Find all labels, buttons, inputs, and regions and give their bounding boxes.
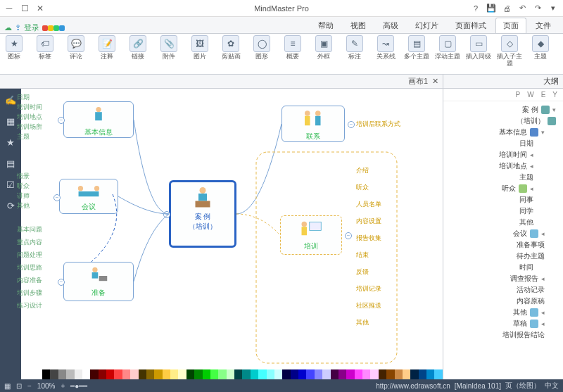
color-swatch[interactable]: [106, 369, 114, 379]
branch-label[interactable]: 培训思路: [17, 263, 42, 272]
expand-toggle[interactable]: −: [58, 117, 65, 124]
color-swatch[interactable]: [234, 369, 242, 379]
ribbon-图形[interactable]: ◯图形: [248, 35, 276, 61]
ribbon-链接[interactable]: 🔗链接: [124, 35, 152, 61]
outline-item[interactable]: 听众◂: [445, 183, 562, 194]
chevron-icon[interactable]: ◂: [530, 151, 533, 158]
color-swatch[interactable]: [66, 369, 74, 379]
redo-icon[interactable]: ↷: [532, 3, 543, 14]
node-basic-info[interactable]: 基本信息: [63, 101, 134, 138]
tab-0[interactable]: 文件: [528, 18, 559, 33]
node-meeting[interactable]: 会议: [59, 179, 118, 214]
icons-tool-icon[interactable]: ▦: [4, 114, 18, 128]
color-swatch[interactable]: [258, 369, 266, 379]
minimize-icon[interactable]: ─: [4, 4, 14, 13]
chevron-icon[interactable]: ◂: [541, 275, 545, 282]
menu-icon[interactable]: ▾: [548, 3, 559, 14]
pointer-tool-icon[interactable]: ✍: [4, 93, 18, 107]
color-swatch[interactable]: [90, 369, 98, 379]
color-swatch[interactable]: [218, 369, 226, 379]
mindmap-canvas[interactable]: 案 例 （培训） + 基本信息 − 会议 − 准备 − 联系 −: [21, 89, 443, 379]
history-tool-icon[interactable]: ⟳: [4, 198, 18, 213]
chevron-icon[interactable]: ◂: [541, 309, 545, 316]
ribbon-评论[interactable]: 💬评论: [62, 35, 90, 61]
color-swatch[interactable]: [42, 369, 50, 379]
branch-label[interactable]: 基本问题: [17, 225, 42, 234]
outline-item[interactable]: 培训时间◂: [445, 149, 562, 160]
outline-item[interactable]: 其他: [445, 217, 562, 228]
ribbon-附件[interactable]: 📎附件: [155, 35, 183, 61]
undo-icon[interactable]: ↶: [517, 3, 528, 14]
ribbon-主题[interactable]: ◆主题: [526, 35, 555, 61]
branch-label[interactable]: 培训步骤: [17, 289, 42, 298]
outline-item[interactable]: 其他◂: [445, 307, 562, 318]
branch-label[interactable]: 其他: [17, 201, 30, 210]
tab-3[interactable]: 幻灯片: [407, 18, 446, 33]
chevron-icon[interactable]: ▾: [552, 106, 556, 113]
tab-1[interactable]: 页面: [495, 18, 526, 33]
outline-item[interactable]: 培训地点◂: [445, 160, 562, 172]
outline-item[interactable]: 主题: [445, 172, 562, 183]
color-swatch[interactable]: [379, 369, 386, 379]
expand-toggle[interactable]: −: [53, 194, 61, 201]
branch-label[interactable]: 结束: [356, 251, 369, 260]
outline-item[interactable]: 草稿◂: [445, 318, 562, 329]
tab-2[interactable]: 页面样式: [448, 18, 494, 33]
outline-item[interactable]: 培训报告结论: [445, 329, 562, 341]
branch-label[interactable]: 问题处理: [17, 251, 42, 260]
outline-item[interactable]: 基本信息▾: [445, 127, 562, 138]
color-swatch[interactable]: [267, 369, 274, 379]
color-swatch[interactable]: [50, 369, 58, 379]
branch-label[interactable]: 反馈: [356, 267, 369, 277]
color-swatch[interactable]: [291, 369, 298, 379]
color-swatch[interactable]: [139, 369, 146, 379]
branch-label[interactable]: 培训地点: [17, 113, 42, 122]
color-swatch[interactable]: [99, 369, 106, 379]
outline-item[interactable]: 案 例▾: [445, 104, 562, 115]
color-swatch[interactable]: [419, 369, 426, 379]
color-swatch[interactable]: [130, 369, 138, 379]
branch-label[interactable]: 培训场所: [17, 122, 42, 132]
color-swatch[interactable]: [186, 369, 194, 379]
branch-label[interactable]: 介绍: [356, 166, 369, 175]
branch-label[interactable]: 主题: [17, 132, 30, 141]
outline-item[interactable]: 待办主题: [445, 251, 562, 262]
ribbon-注释[interactable]: 📝注释: [93, 35, 121, 61]
chevron-icon[interactable]: ◂: [530, 163, 533, 170]
color-swatch[interactable]: [395, 369, 403, 379]
close-icon[interactable]: ✕: [35, 4, 45, 13]
color-swatch[interactable]: [154, 369, 162, 379]
outline-tab[interactable]: E: [541, 91, 546, 99]
outline-item[interactable]: 调查报告◂: [445, 273, 562, 284]
color-swatch[interactable]: [210, 369, 218, 379]
help-icon[interactable]: ?: [470, 3, 481, 14]
outline-tab[interactable]: P: [516, 91, 521, 99]
color-swatch[interactable]: [146, 369, 154, 379]
expand-toggle[interactable]: −: [58, 279, 65, 286]
branch-label[interactable]: 重点内容: [17, 238, 42, 247]
color-swatch[interactable]: [122, 369, 130, 379]
chevron-icon[interactable]: ▾: [541, 129, 545, 136]
center-node[interactable]: 案 例 （培训）: [169, 180, 236, 248]
branch-label[interactable]: 培训时间: [17, 103, 42, 112]
color-swatch[interactable]: [426, 369, 434, 379]
color-swatch[interactable]: [331, 369, 339, 379]
node-prepare[interactable]: 准备: [63, 262, 134, 301]
ribbon-图片[interactable]: 🖼图片: [186, 35, 214, 61]
color-swatch[interactable]: [203, 369, 210, 379]
node-training[interactable]: 培训: [280, 215, 342, 255]
view-mode-icon[interactable]: ▦: [4, 382, 11, 390]
color-swatch[interactable]: [251, 369, 258, 379]
color-swatch[interactable]: [386, 369, 394, 379]
close-tab-icon[interactable]: ✕: [432, 77, 438, 86]
expand-toggle[interactable]: −: [348, 121, 355, 128]
branch-label[interactable]: 内容设置: [356, 217, 381, 226]
ribbon-外框[interactable]: ▣外框: [310, 35, 338, 61]
color-swatch[interactable]: [82, 369, 90, 379]
outline-item[interactable]: 活动记录: [445, 284, 562, 296]
color-swatch[interactable]: [163, 369, 170, 379]
zoom-out-icon[interactable]: −: [27, 382, 32, 390]
ribbon-插入子主题[interactable]: ◇插入子主题: [495, 35, 524, 68]
color-palette[interactable]: [42, 369, 443, 379]
ribbon-关系线[interactable]: ↝关系线: [372, 35, 400, 61]
